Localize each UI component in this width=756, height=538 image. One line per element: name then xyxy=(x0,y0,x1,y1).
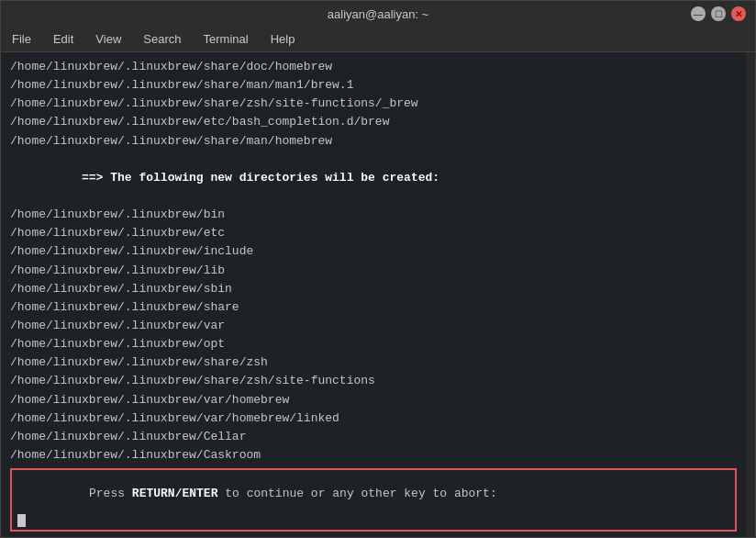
cursor-line xyxy=(17,514,729,527)
terminal-line: /home/linuxbrew/.linuxbrew/var xyxy=(10,317,737,335)
menu-file[interactable]: File xyxy=(8,30,35,48)
terminal-line: /home/linuxbrew/.linuxbrew/share/zsh xyxy=(10,353,737,372)
prompt-prefix: Press xyxy=(89,487,132,500)
terminal-line: /home/linuxbrew/.linuxbrew/include xyxy=(10,242,737,261)
terminal-window: aaliyan@aaliyan: ~ — ☐ ✕ File Edit View … xyxy=(0,0,756,538)
minimize-button[interactable]: — xyxy=(691,6,706,21)
terminal-line: /home/linuxbrew/.linuxbrew/Caskroom xyxy=(10,446,737,465)
terminal-line: /home/linuxbrew/.linuxbrew/share/man/hom… xyxy=(10,132,737,151)
terminal-line: /home/linuxbrew/.linuxbrew/var/homebrew/… xyxy=(10,409,737,428)
terminal-area[interactable]: /home/linuxbrew/.linuxbrew/share/doc/hom… xyxy=(1,52,755,537)
terminal-line: /home/linuxbrew/.linuxbrew/bin xyxy=(10,206,737,224)
terminal-line: /home/linuxbrew/.linuxbrew/share/zsh/sit… xyxy=(10,372,737,390)
prompt-text: Press RETURN/ENTER to continue or any ot… xyxy=(17,473,729,514)
menu-help[interactable]: Help xyxy=(267,30,299,48)
terminal-line: /home/linuxbrew/.linuxbrew/sbin xyxy=(10,280,737,298)
terminal-output: /home/linuxbrew/.linuxbrew/share/doc/hom… xyxy=(10,58,737,465)
menu-terminal[interactable]: Terminal xyxy=(200,30,252,48)
window-controls: — ☐ ✕ xyxy=(691,6,746,21)
maximize-button[interactable]: ☐ xyxy=(711,6,726,21)
terminal-line: /home/linuxbrew/.linuxbrew/lib xyxy=(10,262,737,280)
scrollbar[interactable] xyxy=(746,52,755,537)
terminal-arrow-line: ==> The following new directories will b… xyxy=(10,151,737,206)
prompt-suffix: to continue or any other key to abort: xyxy=(217,487,496,500)
menu-view[interactable]: View xyxy=(92,30,125,48)
terminal-line: /home/linuxbrew/.linuxbrew/Cellar xyxy=(10,428,737,446)
titlebar: aaliyan@aaliyan: ~ — ☐ ✕ xyxy=(1,1,755,27)
terminal-body: /home/linuxbrew/.linuxbrew/share/doc/hom… xyxy=(1,52,746,537)
terminal-line: /home/linuxbrew/.linuxbrew/share/zsh/sit… xyxy=(10,95,737,113)
terminal-line: /home/linuxbrew/.linuxbrew/share xyxy=(10,298,737,317)
cursor xyxy=(17,514,26,527)
prompt-bold-text: RETURN/ENTER xyxy=(132,487,218,500)
terminal-line: /home/linuxbrew/.linuxbrew/var/homebrew xyxy=(10,391,737,409)
arrow-text: ==> xyxy=(82,171,103,185)
terminal-line: /home/linuxbrew/.linuxbrew/share/man/man… xyxy=(10,76,737,95)
new-dirs-label: The following new directories will be cr… xyxy=(103,171,439,185)
menu-search[interactable]: Search xyxy=(139,30,184,48)
terminal-line: /home/linuxbrew/.linuxbrew/etc xyxy=(10,224,737,242)
terminal-line: /home/linuxbrew/.linuxbrew/etc/bash_comp… xyxy=(10,113,737,131)
close-button[interactable]: ✕ xyxy=(731,6,746,21)
window-title: aaliyan@aaliyan: ~ xyxy=(328,7,428,21)
terminal-line: /home/linuxbrew/.linuxbrew/opt xyxy=(10,335,737,353)
prompt-box[interactable]: Press RETURN/ENTER to continue or any ot… xyxy=(10,468,737,532)
menubar: File Edit View Search Terminal Help xyxy=(1,27,755,52)
terminal-line: /home/linuxbrew/.linuxbrew/share/doc/hom… xyxy=(10,58,737,76)
menu-edit[interactable]: Edit xyxy=(50,30,77,48)
